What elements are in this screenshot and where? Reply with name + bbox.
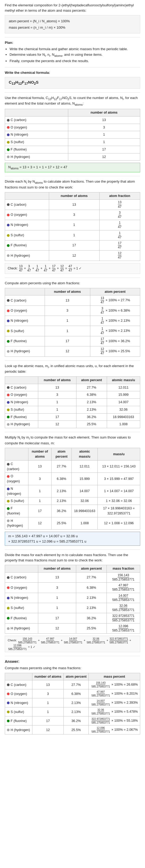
mp-f: 322.972853771585.275853771 × 100% = 55.1… [89, 716, 140, 725]
atoms-n: 1 [38, 593, 76, 603]
table-row: H (hydrogen) 12 25.5% 12.096585.27585377… [5, 623, 140, 633]
mass-c: 12.011 [107, 384, 140, 391]
table-row: F (fluorine) 17 36.2% 322.972853771585.2… [5, 716, 140, 725]
atom-percent-section: Compute atom percents using the atom fra… [5, 281, 140, 357]
atoms-s: 1 [49, 230, 99, 240]
table-row: H (hydrogen) 12 25.5% 1.008 [5, 421, 140, 428]
atoms-c: 13 [45, 296, 90, 306]
plan-step-3: Finally, compute the percents and check … [9, 58, 140, 64]
table-row: O (oxygen) 3 6.38% 47.997585.275853771 ×… [5, 689, 140, 699]
element-n: N (nitrogen) [5, 131, 68, 138]
table-row: C (carbon) 13 27.7% 12.011 [5, 384, 140, 391]
fraction-f: 1747 [99, 240, 140, 250]
n-atoms-total: Natoms = 13 + 3 + 1 + 1 + 17 + 12 = 47 [5, 163, 140, 172]
mp-o: 47.997585.275853771 × 100% = 8.201% [89, 689, 140, 699]
atoms-n: 1 [32, 699, 64, 707]
ap-n: 147 × 100% = 2.13% [90, 316, 140, 326]
col-atom-percent: atom percent [63, 673, 89, 680]
atoms-n: 1 [38, 399, 76, 406]
mass-h: 12 × 1.008 = 12.096 [98, 517, 140, 530]
ap-n: 2.13% [76, 593, 107, 603]
ap-s: 2.13% [52, 497, 72, 505]
ap-f: 36.2% [52, 505, 72, 517]
ap-o: 6.38% [76, 391, 107, 399]
mp-n: 14.007585.275853771 × 100% = 2.393% [89, 699, 140, 707]
ap-f: 1747 × 100% = 36.2% [90, 336, 140, 346]
col-atom-fraction: atom fraction [99, 192, 140, 199]
mf-f: 322.972853771585.275853771 [107, 613, 140, 623]
mp-c: 156.143585.275853771 × 100% = 26.68% [89, 680, 140, 689]
col-num-atoms: number of atoms [45, 288, 90, 296]
atoms-o: 3 [68, 124, 140, 131]
col-element [5, 565, 38, 572]
ap-c: 27.7% [76, 572, 107, 582]
table-row: C (carbon) 13 [5, 116, 140, 124]
mf-o: 47.997585.275853771 [107, 583, 140, 593]
am-h: 1.008 [72, 517, 98, 530]
atoms-c: 13 [68, 116, 140, 124]
element-o: O (oxygen) [5, 391, 38, 399]
mass-f: 17 × 18.998403163 = 322.972853771 [98, 505, 140, 517]
molecular-mass-section: Multiply Ni by mi to compute the mass fo… [5, 435, 140, 546]
element-o: O (oxygen) [5, 210, 49, 220]
mass-n: 1 × 14.007 = 14.007 [98, 485, 140, 497]
atoms-o: 3 [49, 210, 99, 220]
mf-n: 14.007585.275853771 [107, 593, 140, 603]
element-h: H (hydrogen) [5, 153, 68, 161]
mass-s: 32.06 [107, 406, 140, 413]
element-n: N (nitrogen) [5, 485, 28, 497]
mp-s: 32.06585.275853771 × 100% = 5.478% [89, 707, 140, 716]
col-num-atoms: number of atoms [28, 448, 51, 461]
fraction-s: 147 [99, 230, 140, 240]
atoms-o: 3 [45, 306, 90, 316]
am-f: 18.998403163 [72, 505, 98, 517]
ap-h: 25.5% [63, 725, 89, 735]
atoms-f: 17 [38, 613, 76, 623]
ap-f: 36.2% [76, 413, 107, 421]
am-s: 32.06 [72, 497, 98, 505]
mass-fraction-table: number of atoms atom percent mass fracti… [5, 565, 140, 633]
ap-c: 1347 × 100% = 27.7% [90, 296, 140, 306]
atom-percent-table: number of atoms atom percent C (carbon) … [5, 288, 140, 357]
atoms-s: 1 [38, 406, 76, 413]
ap-n: 2.13% [63, 699, 89, 707]
answer-table: number of atoms atom percent mass percen… [5, 673, 140, 735]
element-h: H (hydrogen) [5, 725, 32, 735]
fraction-o: 347 [99, 210, 140, 220]
mass-n: 14.007 [107, 399, 140, 406]
fraction-c: 1347 [99, 199, 140, 210]
element-s: S (sulfur) [5, 406, 38, 413]
atoms-c: 13 [28, 460, 51, 473]
plan-step-2: Determine values for Ni, ni, Natoms, and… [9, 52, 140, 58]
ap-s: 147 × 100% = 2.13% [90, 326, 140, 336]
atoms-c: 13 [32, 680, 64, 689]
element-o: O (oxygen) [5, 583, 38, 593]
table-row: F (fluorine) 17 36.2% 322.972853771585.2… [5, 613, 140, 623]
mass-s: 1 × 32.06 = 32.06 [98, 497, 140, 505]
table-row: S (sulfur) 1 2.13% 32.06585.275853771 [5, 603, 140, 613]
ap-o: 6.38% [76, 583, 107, 593]
element-n: N (nitrogen) [5, 593, 38, 603]
col-num-atoms: number of atoms [32, 673, 64, 680]
col-atomic-mass: atomic mass/u [107, 376, 140, 384]
element-c: C (carbon) [5, 116, 68, 124]
element-o: O (oxygen) [5, 124, 68, 131]
atoms-h: 12 [28, 517, 51, 530]
ap-s: 2.13% [76, 603, 107, 613]
atoms-f: 17 [38, 413, 76, 421]
col-mass-fraction: mass fraction [107, 565, 140, 572]
ap-n: 2.13% [76, 399, 107, 406]
mol-mass-caption: Multiply Ni by mi to compute the mass fo… [5, 435, 140, 446]
element-s: S (sulfur) [5, 138, 68, 146]
atom-fraction-caption: Divide each Ni by Natoms to calculate at… [5, 179, 140, 190]
atoms-h: 12 [32, 725, 64, 735]
ap-o: 6.38% [52, 473, 72, 485]
col-atomic-mass: atomic mass/u [72, 448, 98, 461]
atoms-c: 13 [38, 384, 76, 391]
table-row: N (nitrogen) 1 2.13% 14.007 1 × 14.007 =… [5, 485, 140, 497]
atoms-s: 1 [28, 497, 51, 505]
ap-s: 2.13% [63, 707, 89, 716]
col-num-atoms: number of atoms [38, 565, 76, 572]
mass-percent-formula: mass percent = (n_i m_i / m) × 100% [9, 25, 136, 30]
element-f: F (fluorine) [5, 716, 32, 725]
